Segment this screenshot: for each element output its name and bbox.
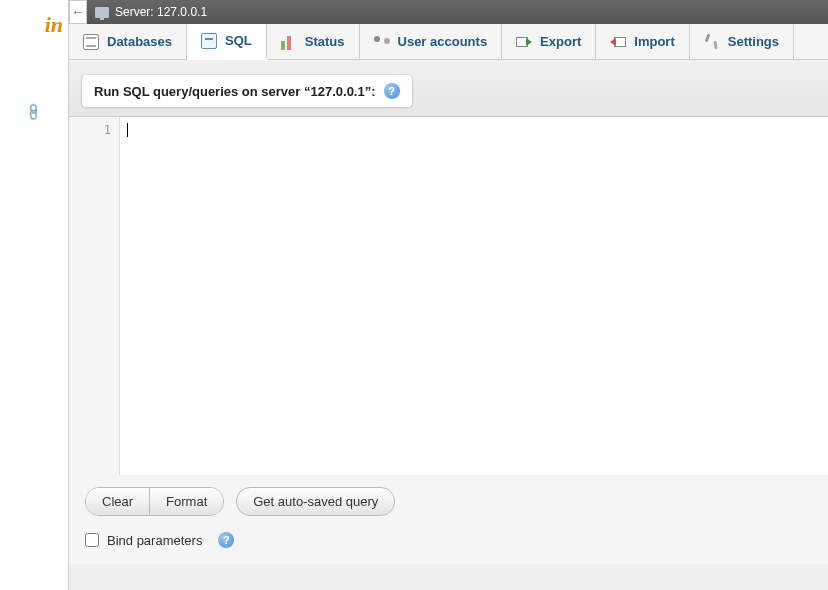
editor-actions: Clear Format Get auto-saved query — [69, 475, 828, 528]
tab-sql[interactable]: SQL — [187, 24, 267, 60]
query-header-text: Run SQL query/queries on server “127.0.0… — [94, 84, 376, 99]
tab-import[interactable]: Import — [596, 24, 689, 59]
main-panel: ← Server: 127.0.0.1 Databases SQL Status… — [68, 0, 828, 590]
status-icon — [281, 34, 297, 50]
sql-icon — [201, 33, 217, 49]
query-header-box: Run SQL query/queries on server “127.0.0… — [81, 74, 413, 108]
tab-label: Import — [634, 34, 674, 49]
line-number: 1 — [69, 123, 111, 137]
database-icon — [83, 34, 99, 50]
help-icon[interactable]: ? — [384, 83, 400, 99]
get-autosaved-button[interactable]: Get auto-saved query — [236, 487, 395, 516]
link-icon[interactable]: 🔗 — [23, 103, 42, 122]
tab-label: Status — [305, 34, 345, 49]
tab-label: Databases — [107, 34, 172, 49]
tab-label: Export — [540, 34, 581, 49]
bind-parameters-label: Bind parameters — [107, 533, 202, 548]
bind-parameters-checkbox[interactable] — [85, 533, 99, 547]
app-logo-fragment: in — [45, 12, 63, 38]
left-panel: in 🔗 — [0, 0, 68, 590]
bind-parameters-row: Bind parameters ? — [69, 528, 828, 564]
clear-button[interactable]: Clear — [86, 488, 149, 515]
tab-label: Settings — [728, 34, 779, 49]
import-icon — [610, 34, 626, 50]
tab-settings[interactable]: Settings — [690, 24, 794, 59]
help-icon[interactable]: ? — [218, 532, 234, 548]
tab-status[interactable]: Status — [267, 24, 360, 59]
query-header-area: Run SQL query/queries on server “127.0.0… — [69, 60, 828, 117]
tab-label: SQL — [225, 33, 252, 48]
export-icon — [516, 34, 532, 50]
tab-user-accounts[interactable]: User accounts — [360, 24, 503, 59]
tab-label: User accounts — [398, 34, 488, 49]
tab-databases[interactable]: Databases — [69, 24, 187, 59]
users-icon — [374, 34, 390, 50]
text-cursor — [127, 123, 128, 137]
line-gutter: 1 — [69, 117, 119, 475]
clear-format-group: Clear Format — [85, 487, 224, 516]
tab-bar: Databases SQL Status User accounts Expor… — [69, 24, 828, 60]
settings-icon — [704, 34, 720, 50]
breadcrumb-bar: Server: 127.0.0.1 — [69, 0, 828, 24]
collapse-sidebar-button[interactable]: ← — [69, 0, 87, 24]
server-icon — [95, 7, 109, 18]
code-area[interactable] — [119, 117, 828, 475]
server-label[interactable]: Server: 127.0.0.1 — [115, 5, 207, 19]
tab-export[interactable]: Export — [502, 24, 596, 59]
sql-editor[interactable]: 1 — [69, 117, 828, 475]
format-button[interactable]: Format — [149, 488, 223, 515]
